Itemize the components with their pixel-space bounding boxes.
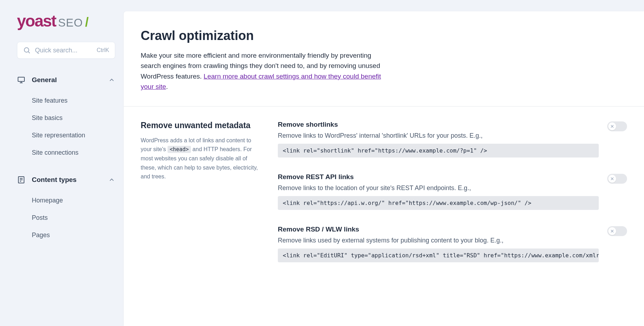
sidebar-item-homepage[interactable]: Homepage (32, 192, 115, 209)
x-icon (610, 124, 614, 128)
toggle-remove-rest-api-links[interactable] (607, 174, 627, 184)
sidebar-item-site-basics[interactable]: Site basics (32, 109, 115, 127)
setting-remove-rest-api-links: Remove REST API links Remove links to th… (278, 173, 627, 210)
logo-slash: / (85, 15, 89, 30)
setting-title: Remove shortlinks (278, 121, 599, 128)
page-title: Crawl optimization (141, 28, 627, 43)
setting-code-example: <link rel="shortlink" href="https://www.… (278, 144, 599, 158)
section-sub-code: <head> (168, 146, 191, 153)
toggle-knob (608, 227, 616, 235)
main-content: Crawl optimization Make your site more e… (124, 11, 644, 326)
section-description: WordPress adds a lot of links and conten… (141, 136, 261, 181)
sidebar-item-site-representation[interactable]: Site representation (32, 127, 115, 144)
logo-suffix: SEO (58, 16, 83, 29)
logo: yoast SEO / (17, 11, 115, 30)
nav-header-content-types[interactable]: Content types (17, 173, 115, 187)
setting-description: Remove links to the location of your sit… (278, 184, 599, 192)
svg-line-1 (28, 52, 30, 53)
setting-description: Remove links to WordPress' internal 'sho… (278, 132, 599, 139)
sidebar-item-site-features[interactable]: Site features (32, 92, 115, 109)
toggle-knob (608, 122, 616, 130)
nav-section-label: General (32, 76, 108, 84)
sidebar-item-posts[interactable]: Posts (32, 209, 115, 227)
svg-rect-2 (18, 77, 24, 81)
nav-section-content-types: Content types Homepage Posts Pages (17, 173, 115, 244)
chevron-up-icon (108, 76, 115, 84)
toggle-knob (608, 175, 616, 183)
search-shortcut: CtrlK (96, 47, 109, 53)
setting-description: Remove links used by external systems fo… (278, 237, 599, 244)
sidebar: yoast SEO / Quick search... CtrlK Genera… (0, 0, 124, 326)
document-icon (17, 176, 25, 184)
sidebar-item-pages[interactable]: Pages (32, 227, 115, 244)
x-icon (610, 229, 614, 233)
page-header: Crawl optimization Make your site more e… (124, 11, 644, 107)
nav-section-general: General Site features Site basics Site r… (17, 73, 115, 161)
chevron-up-icon (108, 176, 115, 183)
svg-point-0 (24, 48, 29, 52)
section-remove-metadata: Remove unwanted metadata WordPress adds … (124, 107, 644, 292)
setting-title: Remove RSD / WLW links (278, 225, 599, 233)
nav-header-general[interactable]: General (17, 73, 115, 87)
search-placeholder: Quick search... (35, 47, 96, 54)
toggle-remove-shortlinks[interactable] (607, 121, 627, 131)
setting-title: Remove REST API links (278, 173, 599, 181)
nav-section-label: Content types (32, 176, 108, 184)
toggle-remove-rsd-wlw-links[interactable] (607, 226, 627, 236)
desktop-icon (17, 76, 25, 84)
setting-remove-rsd-wlw-links: Remove RSD / WLW links Remove links used… (278, 225, 627, 262)
x-icon (610, 177, 614, 181)
setting-code-example: <link rel="EditURI" type="application/rs… (278, 248, 599, 262)
logo-brand: yoast (17, 11, 56, 30)
search-icon (23, 46, 31, 54)
page-desc-suffix: . (166, 83, 168, 90)
search-input[interactable]: Quick search... CtrlK (17, 42, 115, 59)
setting-code-example: <link rel="https://api.w.org/" href="htt… (278, 196, 599, 210)
setting-remove-shortlinks: Remove shortlinks Remove links to WordPr… (278, 121, 627, 158)
page-description: Make your site more efficient and more e… (141, 50, 381, 92)
section-heading: Remove unwanted metadata (141, 121, 261, 130)
sidebar-item-site-connections[interactable]: Site connections (32, 144, 115, 161)
